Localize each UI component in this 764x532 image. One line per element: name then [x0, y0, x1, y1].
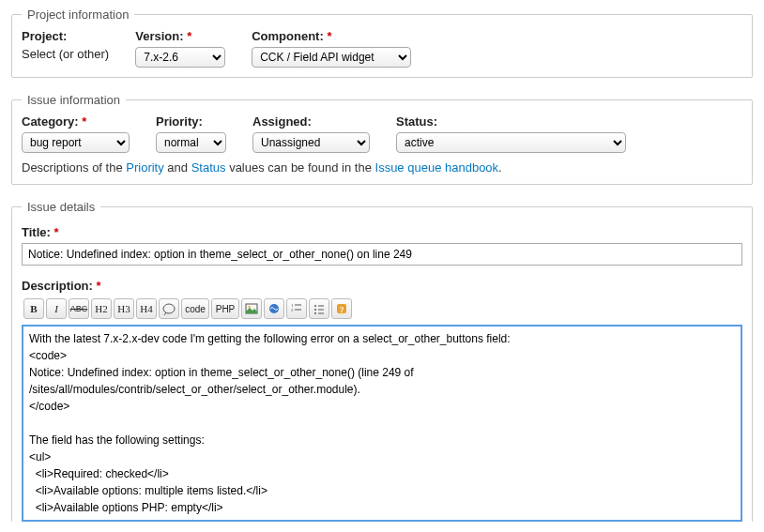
svg-text:2: 2	[291, 308, 294, 312]
status-link[interactable]: Status	[191, 160, 226, 175]
italic-button[interactable]: I	[46, 298, 67, 319]
version-field: Version: * 7.x-2.6	[135, 29, 225, 68]
priority-label: Priority:	[156, 114, 226, 129]
svg-text:?: ?	[340, 305, 344, 314]
version-label-wrap: Version: *	[135, 29, 225, 43]
priority-select[interactable]: normal	[156, 132, 226, 153]
component-field: Component: * CCK / Field API widget	[252, 29, 411, 68]
description-textarea[interactable]: With the latest 7.x-2.x-dev code I'm get…	[22, 325, 742, 522]
priority-field: Priority: normal	[156, 114, 226, 153]
assigned-select[interactable]: Unassigned	[252, 132, 370, 153]
svg-point-10	[314, 312, 316, 314]
description-label-wrap: Description: *	[22, 279, 742, 293]
quote-icon	[162, 302, 176, 315]
ordered-list-icon: 12	[290, 302, 303, 315]
h2-button[interactable]: H2	[91, 298, 112, 319]
bold-button[interactable]: B	[23, 298, 44, 319]
strike-button[interactable]: ABC	[69, 298, 89, 319]
status-label: Status:	[396, 114, 626, 129]
issue-queue-handbook-link[interactable]: Issue queue handbook	[375, 160, 499, 175]
svg-point-9	[314, 309, 316, 311]
title-input[interactable]	[22, 243, 742, 266]
component-label-wrap: Component: *	[252, 29, 411, 43]
title-label: Title:	[22, 225, 51, 239]
project-info-row: Project: Select (or other) Version: * 7.…	[22, 22, 742, 68]
category-label-wrap: Category: *	[22, 114, 130, 129]
help-button[interactable]: ?	[331, 298, 352, 319]
required-marker: *	[327, 29, 331, 43]
issue-details-legend: Issue details	[22, 200, 100, 214]
issue-info-note: Descriptions of the Priority and Status …	[22, 160, 742, 175]
priority-link[interactable]: Priority	[126, 160, 163, 175]
title-field: Title: *	[22, 225, 742, 266]
required-marker: *	[82, 114, 86, 129]
svg-point-2	[248, 306, 251, 309]
status-select[interactable]: active	[396, 132, 626, 153]
link-icon	[267, 302, 281, 315]
issue-details-fieldset: Issue details Title: * Description: * B …	[11, 200, 753, 522]
project-field: Project: Select (or other)	[22, 29, 109, 68]
component-label: Component:	[252, 29, 324, 43]
unordered-list-button[interactable]	[309, 298, 329, 319]
component-select[interactable]: CCK / Field API widget	[252, 47, 411, 68]
svg-point-8	[314, 305, 316, 307]
required-marker: *	[187, 29, 191, 43]
help-icon: ?	[335, 302, 348, 315]
project-label: Project:	[22, 29, 109, 43]
php-button[interactable]: PHP	[211, 298, 239, 319]
required-marker: *	[53, 225, 58, 239]
link-button[interactable]	[264, 298, 284, 319]
unordered-list-icon	[313, 302, 326, 315]
project-info-legend: Project information	[22, 8, 134, 22]
editor-toolbar: B I ABC H2 H3 H4 code PHP 12	[22, 296, 742, 321]
quote-button[interactable]	[159, 298, 179, 319]
note-text: and	[164, 160, 191, 175]
ordered-list-button[interactable]: 12	[286, 298, 307, 319]
version-select[interactable]: 7.x-2.6	[135, 47, 225, 68]
description-label: Description:	[22, 279, 93, 293]
note-text: Descriptions of the	[22, 160, 126, 175]
svg-point-0	[163, 304, 175, 313]
project-value: Select (or other)	[22, 47, 109, 61]
issue-info-row: Category: * bug report Priority: normal …	[22, 107, 742, 153]
code-button[interactable]: code	[181, 298, 209, 319]
assigned-field: Assigned: Unassigned	[252, 114, 370, 153]
assigned-label: Assigned:	[252, 114, 370, 129]
category-field: Category: * bug report	[22, 114, 130, 153]
h4-button[interactable]: H4	[136, 298, 157, 319]
issue-information-fieldset: Issue information Category: * bug report…	[11, 93, 753, 185]
required-marker: *	[96, 279, 100, 293]
note-text: values can be found in the	[226, 160, 375, 175]
status-field: Status: active	[396, 114, 626, 153]
title-label-wrap: Title: *	[22, 225, 742, 239]
version-label: Version:	[135, 29, 183, 43]
image-button[interactable]	[241, 298, 262, 319]
issue-info-legend: Issue information	[22, 93, 126, 107]
project-information-fieldset: Project information Project: Select (or …	[11, 8, 753, 78]
h3-button[interactable]: H3	[114, 298, 134, 319]
category-select[interactable]: bug report	[22, 132, 130, 153]
description-field: Description: * B I ABC H2 H3 H4 code PHP…	[22, 279, 742, 522]
note-text: .	[498, 160, 502, 175]
image-icon	[245, 302, 258, 315]
category-label: Category:	[22, 114, 79, 129]
